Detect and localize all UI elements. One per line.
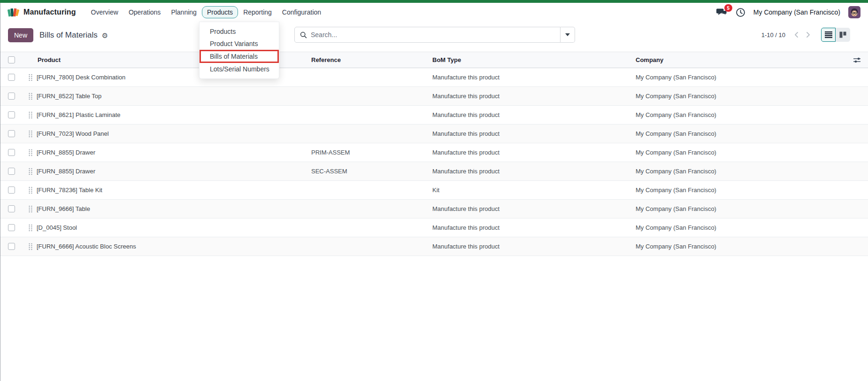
product-cell[interactable]: [FURN_9666] Table (22, 200, 305, 218)
drag-handle-icon[interactable] (28, 130, 33, 138)
product-cell[interactable]: [FURN_8522] Table Top (22, 87, 305, 106)
nav-item-configuration[interactable]: Configuration (277, 6, 326, 18)
row-select-cell[interactable] (0, 143, 22, 162)
table-row[interactable]: [D_0045] Stool Manufacture this product … (0, 218, 868, 237)
product-cell[interactable]: [D_0045] Stool (22, 218, 305, 237)
row-select-cell[interactable] (0, 106, 22, 124)
row-checkbox[interactable] (8, 187, 15, 194)
table-row[interactable]: [FURN_8855] Drawer SEC-ASSEM Manufacture… (0, 162, 868, 181)
company-cell[interactable]: My Company (San Francisco) (630, 106, 840, 124)
bom-type-cell[interactable]: Manufacture this product (426, 237, 630, 256)
table-row[interactable]: [FURN_8522] Table Top Manufacture this p… (0, 87, 868, 106)
nav-item-operations[interactable]: Operations (123, 6, 166, 18)
bom-type-cell[interactable]: Manufacture this product (426, 124, 630, 143)
app-switcher[interactable]: Manufacturing (0, 6, 76, 18)
drag-handle-icon[interactable] (28, 168, 33, 175)
company-cell[interactable]: My Company (San Francisco) (630, 237, 840, 256)
row-checkbox[interactable] (8, 111, 15, 118)
bom-type-cell[interactable]: Manufacture this product (426, 162, 630, 181)
bom-type-cell[interactable]: Kit (426, 181, 630, 200)
reference-cell[interactable] (305, 106, 426, 124)
bom-type-cell[interactable]: Manufacture this product (426, 87, 630, 106)
column-header-reference[interactable]: Reference (305, 52, 426, 68)
row-checkbox[interactable] (8, 130, 15, 137)
reference-cell[interactable]: PRIM-ASSEM (305, 143, 426, 162)
row-checkbox[interactable] (8, 205, 15, 212)
kanban-view-button[interactable] (836, 28, 850, 42)
pager-next-button[interactable] (802, 28, 814, 41)
row-select-cell[interactable] (0, 162, 22, 181)
row-select-cell[interactable] (0, 218, 22, 237)
drag-handle-icon[interactable] (28, 187, 33, 194)
row-checkbox[interactable] (8, 149, 15, 156)
product-cell[interactable]: [FURN_7023] Wood Panel (22, 124, 305, 143)
product-cell[interactable]: [FURN_6666] Acoustic Bloc Screens (22, 237, 305, 256)
drag-handle-icon[interactable] (28, 74, 33, 81)
nav-item-reporting[interactable]: Reporting (238, 6, 277, 18)
row-select-cell[interactable] (0, 181, 22, 200)
bom-type-cell[interactable]: Manufacture this product (426, 218, 630, 237)
table-row[interactable]: [FURN_9666] Table Manufacture this produ… (0, 200, 868, 218)
menu-item-products[interactable]: Products (200, 25, 279, 38)
product-cell[interactable]: [FURN_78236] Table Kit (22, 181, 305, 200)
bom-type-cell[interactable]: Manufacture this product (426, 143, 630, 162)
select-all-cell[interactable] (0, 52, 22, 68)
reference-cell[interactable] (305, 218, 426, 237)
row-select-cell[interactable] (0, 87, 22, 106)
drag-handle-icon[interactable] (28, 243, 33, 250)
messages-button[interactable]: 5 (716, 8, 728, 17)
table-row[interactable]: [FURN_8621] Plastic Laminate Manufacture… (0, 106, 868, 124)
bom-type-cell[interactable]: Manufacture this product (426, 68, 630, 87)
search-box[interactable] (294, 27, 561, 43)
row-select-cell[interactable] (0, 237, 22, 256)
reference-cell[interactable] (305, 68, 426, 87)
search-expand-button[interactable] (561, 27, 575, 43)
reference-cell[interactable] (305, 181, 426, 200)
drag-handle-icon[interactable] (28, 224, 33, 232)
row-select-cell[interactable] (0, 68, 22, 87)
menu-item-product-variants[interactable]: Product Variants (200, 38, 279, 50)
pager-previous-button[interactable] (790, 28, 802, 41)
table-row[interactable]: [FURN_78236] Table Kit Kit My Company (S… (0, 181, 868, 200)
row-checkbox[interactable] (8, 224, 15, 231)
reference-cell[interactable] (305, 237, 426, 256)
column-header-company[interactable]: Company (630, 52, 840, 68)
nav-item-overview[interactable]: Overview (86, 6, 123, 18)
company-cell[interactable]: My Company (San Francisco) (630, 87, 840, 106)
drag-handle-icon[interactable] (28, 111, 33, 119)
row-select-cell[interactable] (0, 124, 22, 143)
table-row[interactable]: [FURN_7800] Desk Combination Manufacture… (0, 68, 868, 87)
company-name[interactable]: My Company (San Francisco) (753, 8, 840, 16)
select-all-checkbox[interactable] (8, 56, 15, 63)
row-checkbox[interactable] (8, 93, 15, 100)
row-select-cell[interactable] (0, 200, 22, 218)
company-cell[interactable]: My Company (San Francisco) (630, 218, 840, 237)
menu-item-lots-serial-numbers[interactable]: Lots/Serial Numbers (200, 63, 279, 75)
product-cell[interactable]: [FURN_8855] Drawer (22, 162, 305, 181)
row-checkbox[interactable] (8, 168, 15, 175)
row-checkbox[interactable] (8, 243, 15, 250)
company-cell[interactable]: My Company (San Francisco) (630, 68, 840, 87)
app-name[interactable]: Manufacturing (23, 8, 76, 16)
table-row[interactable]: [FURN_6666] Acoustic Bloc Screens Manufa… (0, 237, 868, 256)
company-cell[interactable]: My Company (San Francisco) (630, 162, 840, 181)
company-cell[interactable]: My Company (San Francisco) (630, 200, 840, 218)
product-cell[interactable]: [FURN_8855] Drawer (22, 143, 305, 162)
pager-value[interactable]: 1-10 / 10 (761, 31, 785, 39)
nav-item-planning[interactable]: Planning (166, 6, 202, 18)
reference-cell[interactable] (305, 124, 426, 143)
bom-type-cell[interactable]: Manufacture this product (426, 106, 630, 124)
table-row[interactable]: [FURN_7023] Wood Panel Manufacture this … (0, 124, 868, 143)
menu-item-bills-of-materials[interactable]: Bills of Materials (201, 51, 277, 62)
drag-handle-icon[interactable] (28, 149, 33, 156)
optional-columns-toggle[interactable] (840, 52, 868, 68)
row-checkbox[interactable] (8, 74, 15, 81)
drag-handle-icon[interactable] (28, 93, 33, 100)
column-header-bom-type[interactable]: BoM Type (426, 52, 630, 68)
reference-cell[interactable]: SEC-ASSEM (305, 162, 426, 181)
drag-handle-icon[interactable] (28, 205, 33, 213)
company-cell[interactable]: My Company (San Francisco) (630, 181, 840, 200)
nav-item-products[interactable]: Products (202, 6, 238, 18)
user-avatar[interactable] (848, 6, 860, 18)
reference-cell[interactable] (305, 87, 426, 106)
